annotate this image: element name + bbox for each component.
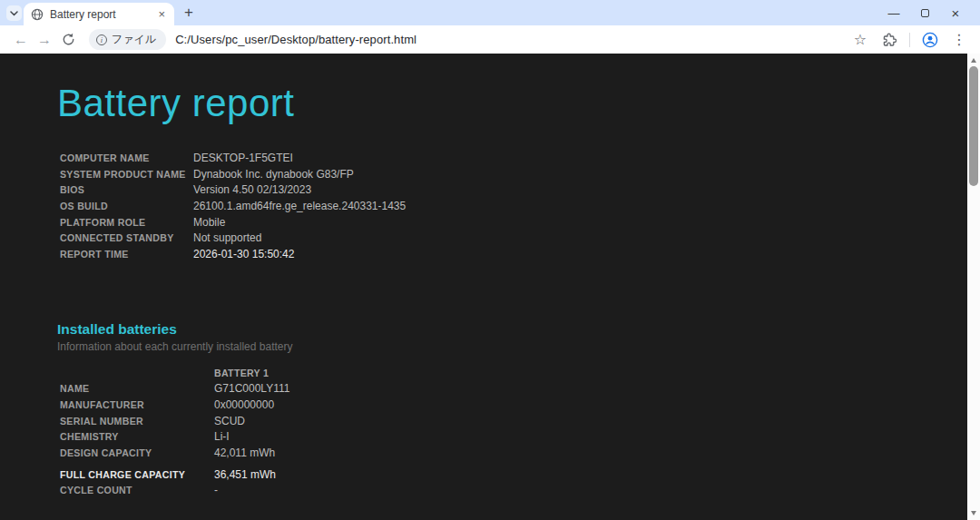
table-row: NAME G71C000LY111 [60,381,967,397]
table-row: CONNECTED STANDBY Not supported [60,230,967,246]
browser-window: Battery report × + — × ← → i フ [0,0,980,520]
table-row: SYSTEM PRODUCT NAME Dynabook Inc. dynabo… [60,166,967,182]
forward-button[interactable]: → [33,28,56,52]
file-chip-label: ファイル [112,32,156,47]
installed-batteries-section: Installed batteries Information about ea… [57,321,967,353]
address-bar[interactable]: i ファイル C:/Users/pc_user/Desktop/battery-… [89,29,848,50]
system-info-table: COMPUTER NAME DESKTOP-1F5GTEI SYSTEM PRO… [60,150,967,262]
row-label: SYSTEM PRODUCT NAME [60,169,193,180]
reload-icon [62,33,75,46]
row-value: SCUD [214,415,245,427]
tab-title: Battery report [50,8,156,21]
tab-search-button[interactable] [6,5,22,21]
puzzle-icon [882,33,897,47]
row-value: Version 4.50 02/13/2023 [193,183,311,196]
url-text[interactable]: C:/Users/pc_user/Desktop/battery-report.… [175,33,416,46]
row-value: Dynabook Inc. dynabook G83/FP [193,168,354,181]
row-label: COMPUTER NAME [60,152,193,163]
table-row: MANUFACTURER 0x00000000 [60,397,967,413]
profile-button[interactable] [918,28,942,52]
tab-battery-report[interactable]: Battery report × [24,3,174,25]
row-label: FULL CHARGE CAPACITY [60,469,214,480]
row-label: REPORT TIME [60,249,193,260]
window-controls: — × [878,0,971,25]
reload-button[interactable] [56,28,80,52]
vertical-scrollbar[interactable] [967,54,980,520]
table-row: DESIGN CAPACITY 42,011 mWh [60,445,967,461]
section-heading: Installed batteries [57,321,967,338]
battery-column-header: BATTERY 1 [214,368,269,378]
battery-report-page: Battery report COMPUTER NAME DESKTOP-1F5… [0,54,967,520]
minimize-button[interactable]: — [878,0,909,25]
row-value: 0x00000000 [214,398,274,411]
row-label: CONNECTED STANDBY [60,232,193,243]
scrollbar-thumb[interactable] [969,66,978,186]
table-row: CHEMISTRY Li-I [60,429,967,446]
file-scheme-chip[interactable]: i ファイル [89,29,166,50]
bookmark-star-button[interactable]: ☆ [848,28,872,52]
row-value: Mobile [193,216,225,229]
extensions-button[interactable] [877,28,901,52]
table-row: CYCLE COUNT - [60,483,967,499]
menu-button[interactable]: ⋮ [947,28,971,52]
scroll-up-arrow-icon[interactable] [971,58,976,63]
row-value: 2026-01-30 15:50:42 [193,248,294,260]
close-window-button[interactable]: × [940,0,971,25]
table-row: BIOS Version 4.50 02/13/2023 [60,182,967,198]
row-value: DESKTOP-1F5GTEI [193,152,293,164]
row-value: - [214,484,218,496]
row-label: OS BUILD [60,201,193,211]
globe-icon [31,8,44,21]
row-value: Li-I [214,430,230,443]
table-row: FULL CHARGE CAPACITY 36,451 mWh [60,466,967,483]
table-header-row: BATTERY 1 [60,365,967,381]
table-row: PLATFORM ROLE Mobile [60,214,967,231]
tab-close-icon[interactable]: × [156,7,167,21]
profile-avatar-icon [922,32,938,48]
row-label: CYCLE COUNT [60,485,214,495]
table-row: OS BUILD 26100.1.amd64fre.ge_release.240… [60,198,967,214]
table-row: SERIAL NUMBER SCUD [60,413,967,429]
toolbar-right: ☆ ⋮ [848,28,971,52]
browser-toolbar: ← → i ファイル C:/Users/pc_user/Desktop/batt… [0,25,980,54]
row-label: PLATFORM ROLE [60,217,193,228]
row-label: MANUFACTURER [60,399,214,410]
battery-table: BATTERY 1 NAME G71C000LY111 MANUFACTURER… [60,365,967,499]
row-label: SERIAL NUMBER [60,416,214,427]
scroll-down-arrow-icon[interactable] [971,511,976,515]
row-value: 36,451 mWh [214,468,276,481]
row-value: 42,011 mWh [214,446,275,459]
row-label: DESIGN CAPACITY [60,447,214,458]
new-tab-button[interactable]: + [181,5,197,21]
maximize-restore-button[interactable] [909,0,940,25]
row-value: 26100.1.amd64fre.ge_release.240331-1435 [193,200,406,212]
back-button[interactable]: ← [9,28,33,52]
row-label: CHEMISTRY [60,431,214,442]
table-row: REPORT TIME 2026-01-30 15:50:42 [60,246,967,262]
page-title: Battery report [57,82,967,125]
row-label: BIOS [60,184,193,195]
toolbar-divider [909,33,910,47]
restore-icon [921,9,929,17]
row-value: Not supported [193,231,261,244]
row-value: G71C000LY111 [214,382,289,395]
tab-strip: Battery report × + — × [0,0,980,25]
row-label: NAME [60,383,214,394]
chevron-down-icon [10,11,18,16]
section-subtitle: Information about each currently install… [57,340,967,353]
info-icon: i [96,34,107,45]
table-row: COMPUTER NAME DESKTOP-1F5GTEI [60,150,967,166]
